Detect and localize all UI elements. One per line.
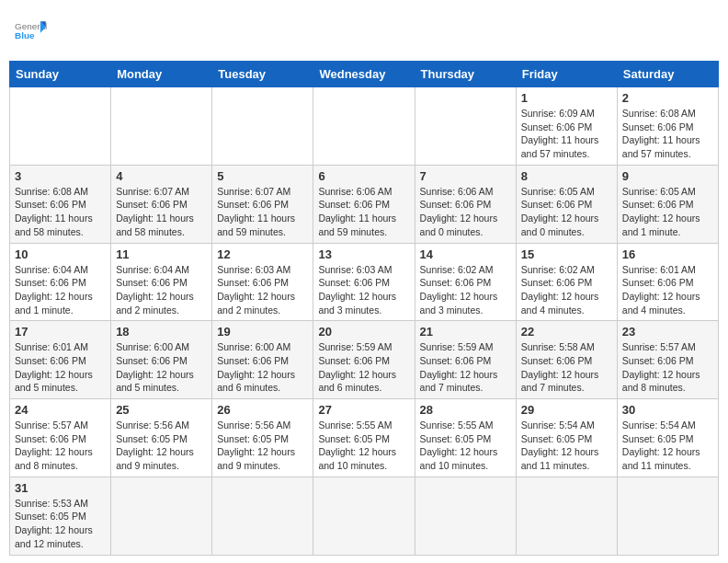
calendar-day-cell: 13Sunrise: 6:03 AMSunset: 6:06 PMDayligh… [313,243,415,321]
weekday-header-tuesday: Tuesday [212,62,313,87]
calendar-day-cell: 24Sunrise: 5:57 AMSunset: 6:06 PMDayligh… [10,399,111,477]
calendar-day-cell [111,477,212,555]
day-number: 6 [318,169,409,183]
day-number: 5 [217,169,308,183]
calendar-day-cell [415,477,516,555]
calendar-day-cell: 15Sunrise: 6:02 AMSunset: 6:06 PMDayligh… [516,243,617,321]
day-info: Sunrise: 6:02 AMSunset: 6:06 PMDaylight:… [521,263,612,317]
day-info: Sunrise: 6:03 AMSunset: 6:06 PMDaylight:… [217,263,308,317]
calendar-day-cell: 14Sunrise: 6:02 AMSunset: 6:06 PMDayligh… [415,243,516,321]
day-info: Sunrise: 6:04 AMSunset: 6:06 PMDaylight:… [15,263,106,317]
weekday-header-saturday: Saturday [617,62,718,87]
page-container: General Blue SundayMondayTuesdayWednesda… [9,9,719,556]
calendar-day-cell: 12Sunrise: 6:03 AMSunset: 6:06 PMDayligh… [212,243,313,321]
day-info: Sunrise: 6:05 AMSunset: 6:06 PMDaylight:… [521,185,612,239]
calendar-day-cell: 3Sunrise: 6:08 AMSunset: 6:06 PMDaylight… [10,165,111,243]
calendar-day-cell: 2Sunrise: 6:08 AMSunset: 6:06 PMDaylight… [617,87,718,166]
calendar-week-row: 3Sunrise: 6:08 AMSunset: 6:06 PMDaylight… [10,165,719,243]
day-info: Sunrise: 6:06 AMSunset: 6:06 PMDaylight:… [420,185,511,239]
day-info: Sunrise: 6:06 AMSunset: 6:06 PMDaylight:… [318,185,409,239]
day-info: Sunrise: 6:07 AMSunset: 6:06 PMDaylight:… [217,185,308,239]
day-info: Sunrise: 5:58 AMSunset: 6:06 PMDaylight:… [521,340,612,395]
calendar-day-cell: 11Sunrise: 6:04 AMSunset: 6:06 PMDayligh… [111,243,212,321]
day-number: 16 [622,247,713,261]
day-number: 4 [116,169,207,183]
weekday-header-friday: Friday [516,62,617,87]
svg-text:Blue: Blue [15,30,35,40]
day-number: 18 [116,325,207,339]
day-number: 2 [622,91,713,105]
calendar-day-cell [617,477,718,555]
day-info: Sunrise: 5:54 AMSunset: 6:05 PMDaylight:… [521,419,612,473]
calendar-day-cell: 21Sunrise: 5:59 AMSunset: 6:06 PMDayligh… [415,321,516,399]
day-info: Sunrise: 5:59 AMSunset: 6:06 PMDaylight:… [318,340,409,395]
weekday-header-row: SundayMondayTuesdayWednesdayThursdayFrid… [10,62,719,87]
day-info: Sunrise: 5:56 AMSunset: 6:05 PMDaylight:… [116,419,207,473]
day-info: Sunrise: 6:07 AMSunset: 6:06 PMDaylight:… [116,185,207,239]
day-number: 20 [318,325,409,339]
day-number: 14 [420,247,511,261]
day-info: Sunrise: 5:55 AMSunset: 6:05 PMDaylight:… [318,419,409,473]
day-number: 23 [622,325,713,339]
calendar-day-cell: 7Sunrise: 6:06 AMSunset: 6:06 PMDaylight… [415,165,516,243]
calendar-table: SundayMondayTuesdayWednesdayThursdayFrid… [9,61,719,556]
day-info: Sunrise: 6:05 AMSunset: 6:06 PMDaylight:… [622,185,713,239]
calendar-day-cell: 30Sunrise: 5:54 AMSunset: 6:05 PMDayligh… [617,399,718,477]
day-info: Sunrise: 6:01 AMSunset: 6:06 PMDaylight:… [15,340,106,395]
day-number: 7 [420,169,511,183]
calendar-day-cell [516,477,617,555]
day-info: Sunrise: 6:08 AMSunset: 6:06 PMDaylight:… [15,185,106,239]
day-info: Sunrise: 5:55 AMSunset: 6:05 PMDaylight:… [420,419,511,473]
day-info: Sunrise: 5:53 AMSunset: 6:05 PMDaylight:… [15,497,106,551]
calendar-day-cell: 1Sunrise: 6:09 AMSunset: 6:06 PMDaylight… [516,87,617,166]
logo: General Blue [13,17,48,46]
calendar-day-cell [212,87,313,166]
calendar-day-cell [415,87,516,166]
day-number: 31 [15,481,106,495]
calendar-day-cell [10,87,111,166]
header: General Blue [9,9,719,53]
calendar-day-cell: 19Sunrise: 6:00 AMSunset: 6:06 PMDayligh… [212,321,313,399]
calendar-day-cell: 4Sunrise: 6:07 AMSunset: 6:06 PMDaylight… [111,165,212,243]
calendar-day-cell: 26Sunrise: 5:56 AMSunset: 6:05 PMDayligh… [212,399,313,477]
day-info: Sunrise: 5:57 AMSunset: 6:06 PMDaylight:… [15,419,106,473]
weekday-header-thursday: Thursday [415,62,516,87]
calendar-day-cell: 6Sunrise: 6:06 AMSunset: 6:06 PMDaylight… [313,165,415,243]
day-number: 27 [318,403,409,417]
calendar-week-row: 10Sunrise: 6:04 AMSunset: 6:06 PMDayligh… [10,243,719,321]
calendar-day-cell: 5Sunrise: 6:07 AMSunset: 6:06 PMDaylight… [212,165,313,243]
day-number: 1 [521,91,612,105]
calendar-week-row: 24Sunrise: 5:57 AMSunset: 6:06 PMDayligh… [10,399,719,477]
calendar-day-cell: 23Sunrise: 5:57 AMSunset: 6:06 PMDayligh… [617,321,718,399]
day-number: 30 [622,403,713,417]
calendar-week-row: 31Sunrise: 5:53 AMSunset: 6:05 PMDayligh… [10,477,719,555]
calendar-day-cell: 31Sunrise: 5:53 AMSunset: 6:05 PMDayligh… [10,477,111,555]
day-number: 13 [318,247,409,261]
day-number: 12 [217,247,308,261]
day-number: 15 [521,247,612,261]
day-number: 10 [15,247,106,261]
calendar-day-cell: 22Sunrise: 5:58 AMSunset: 6:06 PMDayligh… [516,321,617,399]
day-info: Sunrise: 6:00 AMSunset: 6:06 PMDaylight:… [217,340,308,395]
day-info: Sunrise: 6:02 AMSunset: 6:06 PMDaylight:… [420,263,511,317]
day-number: 9 [622,169,713,183]
day-number: 17 [15,325,106,339]
day-number: 19 [217,325,308,339]
calendar-day-cell [313,87,415,166]
weekday-header-sunday: Sunday [10,62,111,87]
day-info: Sunrise: 5:59 AMSunset: 6:06 PMDaylight:… [420,340,511,395]
calendar-day-cell: 18Sunrise: 6:00 AMSunset: 6:06 PMDayligh… [111,321,212,399]
calendar-week-row: 1Sunrise: 6:09 AMSunset: 6:06 PMDaylight… [10,87,719,166]
weekday-header-wednesday: Wednesday [313,62,415,87]
day-info: Sunrise: 6:01 AMSunset: 6:06 PMDaylight:… [622,263,713,317]
weekday-header-monday: Monday [111,62,212,87]
calendar-day-cell [212,477,313,555]
calendar-day-cell: 29Sunrise: 5:54 AMSunset: 6:05 PMDayligh… [516,399,617,477]
day-number: 24 [15,403,106,417]
day-info: Sunrise: 6:08 AMSunset: 6:06 PMDaylight:… [622,107,713,161]
logo-text: General Blue [13,17,48,46]
calendar-day-cell: 20Sunrise: 5:59 AMSunset: 6:06 PMDayligh… [313,321,415,399]
calendar-day-cell: 25Sunrise: 5:56 AMSunset: 6:05 PMDayligh… [111,399,212,477]
calendar-day-cell: 9Sunrise: 6:05 AMSunset: 6:06 PMDaylight… [617,165,718,243]
calendar-week-row: 17Sunrise: 6:01 AMSunset: 6:06 PMDayligh… [10,321,719,399]
